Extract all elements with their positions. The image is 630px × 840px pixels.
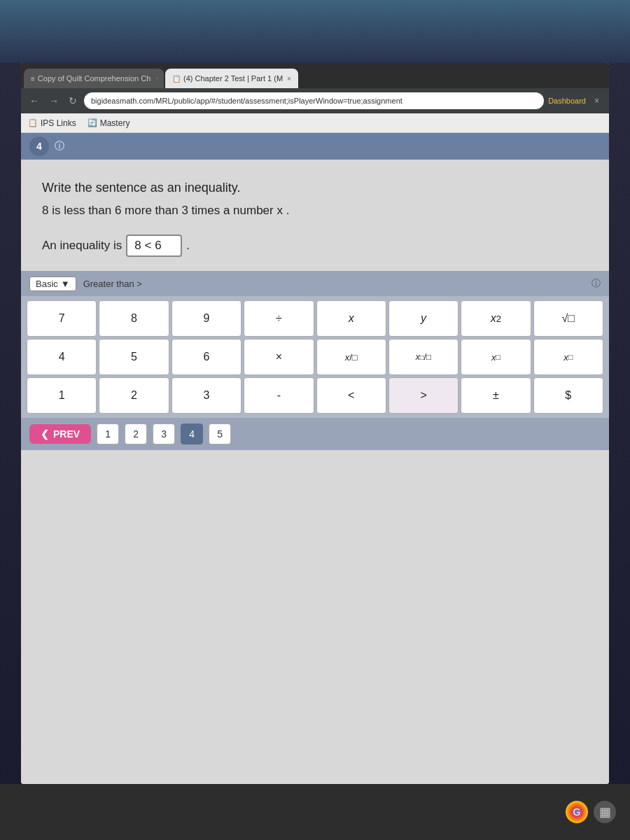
tab-icon-quilt: ≡ bbox=[31, 75, 35, 83]
question-body: Write the sentence as an inequality. 8 i… bbox=[21, 160, 609, 271]
kb-x-squared[interactable]: x2 bbox=[461, 300, 531, 337]
dashboard-button[interactable]: Dashboard bbox=[548, 97, 586, 105]
answer-prefix: An inequality is bbox=[42, 239, 122, 253]
kb-mixed-fraction[interactable]: x□/□ bbox=[388, 339, 458, 375]
kb-5[interactable]: 5 bbox=[99, 339, 169, 375]
kb-y[interactable]: y bbox=[388, 300, 458, 337]
kb-divide[interactable]: ÷ bbox=[244, 300, 314, 337]
kb-7[interactable]: 7 bbox=[27, 300, 97, 337]
answer-input-box[interactable]: 8 < 6 bbox=[126, 234, 182, 257]
kb-multiply[interactable]: × bbox=[244, 339, 314, 375]
kb-2[interactable]: 2 bbox=[99, 377, 169, 414]
keyboard-mode-selector[interactable]: Basic ▼ bbox=[29, 276, 76, 291]
tab-label-chapter2: (4) Chapter 2 Test | Part 1 (M bbox=[183, 74, 283, 83]
prev-chevron-icon: ❮ bbox=[41, 428, 49, 440]
kb-1[interactable]: 1 bbox=[27, 377, 97, 414]
prev-label: PREV bbox=[53, 428, 80, 440]
tab-icon-chapter2: 📋 bbox=[172, 75, 181, 83]
page-3[interactable]: 3 bbox=[153, 424, 175, 444]
tab-bar: ≡ Copy of Quilt Comprehension Ch × 📋 (4)… bbox=[21, 63, 609, 88]
kb-4[interactable]: 4 bbox=[27, 339, 97, 375]
pagination-bar: ❮ PREV 1 2 3 4 5 bbox=[21, 418, 609, 450]
math-keyboard: Basic ▼ Greater than > ⓘ 7 8 9 ÷ x y x2 … bbox=[21, 271, 609, 450]
page-1[interactable]: 1 bbox=[97, 424, 119, 444]
kb-fraction[interactable]: x/□ bbox=[316, 339, 386, 375]
bookmark-icon-mastery: 🔄 bbox=[88, 118, 97, 127]
bookmarks-bar: 📋 IPS Links 🔄 Mastery bbox=[21, 113, 609, 133]
question-info-icon[interactable]: ⓘ bbox=[55, 140, 64, 153]
taskbar: G ▦ bbox=[0, 784, 630, 840]
page-4[interactable]: 4 bbox=[181, 424, 203, 444]
problem-text: 8 is less than 6 more than 3 times a num… bbox=[42, 204, 588, 218]
kb-9[interactable]: 9 bbox=[172, 300, 241, 337]
answer-line: An inequality is 8 < 6 . bbox=[42, 234, 588, 257]
keyboard-top-bar: Basic ▼ Greater than > ⓘ bbox=[21, 271, 609, 296]
chrome-icon[interactable]: G bbox=[566, 801, 588, 823]
kb-dollar[interactable]: $ bbox=[533, 377, 603, 414]
page-2[interactable]: 2 bbox=[125, 424, 147, 444]
bookmark-label-ips: IPS Links bbox=[41, 118, 76, 128]
browser-chrome: ≡ Copy of Quilt Comprehension Ch × 📋 (4)… bbox=[21, 63, 609, 133]
kb-6[interactable]: 6 bbox=[172, 339, 241, 375]
tab-label-quilt: Copy of Quilt Comprehension Ch bbox=[38, 74, 150, 83]
kb-minus[interactable]: - bbox=[244, 377, 314, 414]
kb-x-box[interactable]: x□ bbox=[461, 339, 531, 375]
address-bar: ← → ↻ Dashboard × bbox=[21, 88, 609, 113]
bookmark-label-mastery: Mastery bbox=[100, 118, 130, 128]
browser-window: ≡ Copy of Quilt Comprehension Ch × 📋 (4)… bbox=[21, 63, 609, 784]
forward-button[interactable]: → bbox=[46, 94, 62, 108]
tab-chapter2[interactable]: 📋 (4) Chapter 2 Test | Part 1 (M × bbox=[165, 69, 298, 88]
back-button[interactable]: ← bbox=[27, 94, 42, 108]
tab-copy-quilt[interactable]: ≡ Copy of Quilt Comprehension Ch × bbox=[24, 69, 164, 88]
refresh-button[interactable]: ↻ bbox=[66, 94, 80, 108]
page-5[interactable]: 5 bbox=[209, 424, 231, 444]
mode-dropdown-icon: ▼ bbox=[61, 279, 70, 289]
url-input[interactable] bbox=[84, 92, 544, 109]
kb-plus-minus[interactable]: ± bbox=[461, 377, 531, 414]
keyboard-info-icon[interactable]: ⓘ bbox=[592, 277, 601, 290]
keyboard-mode-type: Greater than > bbox=[83, 279, 142, 289]
question-number: 4 bbox=[29, 136, 49, 156]
window-close[interactable]: × bbox=[590, 94, 603, 107]
tab-close-chapter2[interactable]: × bbox=[287, 75, 291, 83]
kb-x[interactable]: x bbox=[316, 300, 386, 337]
kb-greater-than[interactable]: > bbox=[388, 377, 458, 414]
kb-x-sub[interactable]: x□ bbox=[533, 339, 603, 375]
window-manager-icon[interactable]: ▦ bbox=[594, 801, 616, 823]
question-instruction: Write the sentence as an inequality. bbox=[42, 181, 588, 195]
bookmark-ips-links[interactable]: 📋 IPS Links bbox=[28, 118, 76, 128]
bookmark-mastery[interactable]: 🔄 Mastery bbox=[88, 118, 130, 128]
bookmark-icon-ips: 📋 bbox=[28, 118, 38, 127]
keyboard-grid: 7 8 9 ÷ x y x2 √□ 4 5 6 × x/□ x□/□ x□ x□… bbox=[21, 296, 609, 418]
kb-8[interactable]: 8 bbox=[99, 300, 169, 337]
answer-value: 8 < 6 bbox=[134, 239, 161, 253]
content-area: 4 ⓘ Write the sentence as an inequality.… bbox=[21, 133, 609, 784]
question-header: 4 ⓘ bbox=[21, 133, 609, 160]
kb-sqrt[interactable]: √□ bbox=[533, 300, 603, 337]
answer-suffix: . bbox=[186, 239, 190, 253]
kb-3[interactable]: 3 bbox=[172, 377, 241, 414]
kb-less-than[interactable]: < bbox=[316, 377, 386, 414]
tab-close-quilt[interactable]: × bbox=[155, 75, 159, 83]
prev-button[interactable]: ❮ PREV bbox=[29, 424, 91, 444]
keyboard-mode-label: Basic bbox=[36, 279, 58, 289]
